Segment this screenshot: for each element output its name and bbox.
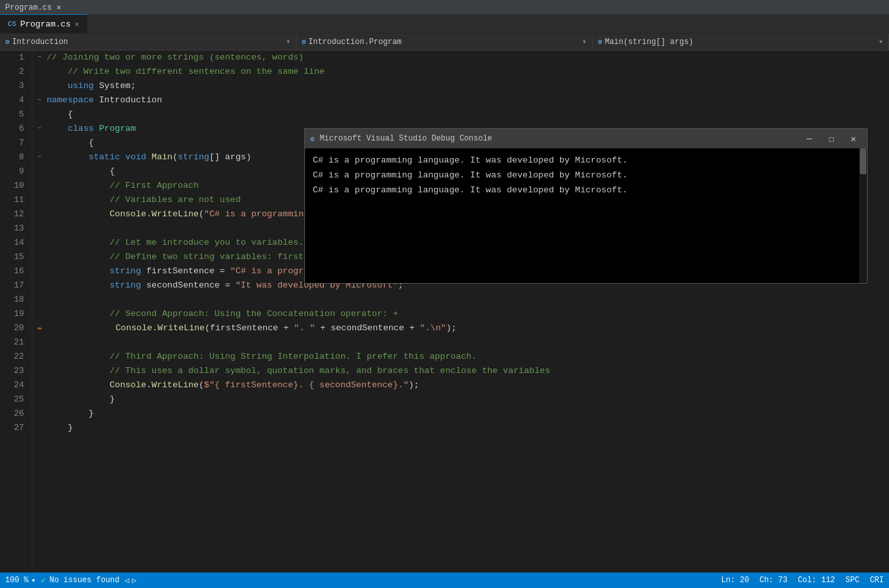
tab-label: Program.cs — [20, 19, 71, 29]
tab-program-cs[interactable]: CS Program.cs ✕ — [0, 14, 87, 33]
line-number-9: 9 — [5, 164, 24, 179]
tab-close-button[interactable]: ✕ — [74, 19, 79, 29]
line-number-26: 26 — [5, 407, 24, 421]
nav-arrow-right[interactable]: ▷ — [132, 576, 137, 585]
indent-25 — [47, 392, 109, 407]
line-number-22: 22 — [5, 350, 24, 364]
debug-minimize-button[interactable]: — — [801, 132, 818, 145]
token-comment: // Variables are not used — [109, 193, 241, 207]
line-number-21: 21 — [5, 335, 24, 350]
zoom-value: 100 % — [5, 576, 28, 585]
code-line-4: −namespace Introduction — [38, 93, 889, 107]
nav-dropdown-namespace[interactable]: ⚙ Introduction ▾ — [0, 34, 297, 50]
nav-chevron-2: ▾ — [582, 37, 587, 47]
token-keyword: namespace — [47, 93, 94, 107]
debug-line-4: C# is a programming language. It was dev… — [313, 153, 859, 168]
indent-12 — [47, 207, 109, 221]
line-number-27: 27 — [5, 421, 24, 435]
token-keyword: string — [109, 264, 141, 278]
nav-class-label: Introduction.Program — [308, 38, 401, 47]
zoom-control[interactable]: 100 % ▾ — [5, 576, 36, 585]
zoom-arrow-icon[interactable]: ▾ — [31, 576, 36, 585]
title-bar-text: Program.cs ✕ — [5, 3, 61, 12]
status-left: 100 % ▾ ✔ No issues found ◁ ▷ — [5, 576, 711, 585]
token-method: Console — [109, 378, 146, 392]
nav-namespace-label: Introduction — [12, 38, 68, 47]
token-plain: { — [109, 164, 115, 179]
indent-22 — [47, 350, 109, 364]
token-plain: ( — [199, 207, 204, 221]
indent-2 — [47, 65, 67, 79]
nav-arrow-left[interactable]: ◁ — [125, 576, 129, 585]
fold-icon-4[interactable]: − — [38, 93, 45, 107]
token-method: WriteLine — [152, 378, 199, 392]
fold-icon-6[interactable]: − — [38, 122, 45, 136]
debug-close-button[interactable]: ✕ — [845, 132, 862, 145]
code-line-5: { — [38, 107, 889, 122]
token-keyword: string — [178, 150, 210, 164]
debug-console: ⚙ Microsoft Visual Studio Debug Console … — [304, 128, 868, 284]
line-number-13: 13 — [5, 221, 24, 236]
line-number-19: 19 — [5, 307, 24, 321]
line-ending-info: CRI — [870, 576, 884, 585]
token-keyword: void — [126, 150, 146, 164]
debug-scrollbar[interactable] — [859, 148, 867, 283]
token-plain — [120, 150, 125, 164]
line-number-2: 2 — [5, 65, 24, 79]
tab-icon: CS — [8, 20, 16, 28]
nav-bar: ⚙ Introduction ▾ ⚙ Introduction.Program … — [0, 34, 889, 51]
code-line-25: } — [38, 392, 889, 407]
token-plain: firstSentence = — [141, 264, 231, 278]
token-comment: // Third Approach: Using String Interpol… — [109, 350, 477, 364]
issues-text: No issues found — [49, 576, 119, 585]
token-comment: // First Approach — [109, 179, 199, 193]
editor-area: 1234567891011121314151617181920212223242… — [0, 51, 889, 572]
line-number-1: 1 — [5, 51, 24, 65]
code-line-3: using System; — [38, 79, 889, 93]
token-method: Console — [109, 207, 146, 221]
token-comment: // This uses a dollar symbol, quotation … — [109, 364, 550, 378]
col-info: Col: 112 — [798, 576, 835, 585]
token-comment: // Second Approach: Using the Concatenat… — [109, 307, 398, 321]
title-bar: Program.cs ✕ — [0, 0, 889, 14]
code-line-19: // Second Approach: Using the Concatenat… — [38, 307, 889, 321]
token-plain: } — [89, 407, 94, 421]
line-number-6: 6 — [5, 122, 24, 136]
fold-icon-1[interactable]: − — [38, 51, 45, 65]
indent-15 — [47, 250, 109, 264]
token-plain: ); — [446, 321, 456, 335]
token-method: WriteLine — [152, 207, 199, 221]
indent-26 — [47, 407, 89, 421]
code-line-20: ✏ Console.WriteLine(firstSentence + ". "… — [38, 321, 889, 335]
token-plain: . — [152, 321, 157, 335]
indent-7 — [47, 136, 89, 150]
indent-24 — [47, 378, 109, 392]
indent-5 — [47, 107, 67, 122]
debug-restore-button[interactable]: ☐ — [823, 132, 840, 145]
code-line-26: } — [38, 407, 889, 421]
indent-8 — [47, 150, 89, 164]
nav-class-icon: ⚙ — [302, 38, 306, 46]
token-plain: . — [146, 207, 152, 221]
token-method: WriteLine — [157, 321, 205, 335]
nav-method-label: Main(string[] args) — [605, 38, 693, 47]
token-plain: + secondSentence + — [315, 321, 420, 335]
nav-dropdown-method[interactable]: ⚙ Main(string[] args) ▾ — [592, 34, 889, 50]
token-plain: System; — [94, 79, 136, 93]
token-plain: Introduction — [94, 93, 162, 107]
token-comment: // Write two different sentences on the … — [67, 65, 324, 79]
indent-10 — [47, 179, 109, 193]
line-number-11: 11 — [5, 193, 24, 207]
fold-icon-8[interactable]: − — [38, 150, 45, 164]
indent-6 — [47, 122, 67, 136]
debug-title-text: Microsoft Visual Studio Debug Console — [320, 134, 796, 143]
token-plain: { — [67, 107, 73, 122]
debug-content: C# is a programming language. It was dev… — [305, 148, 867, 283]
indent-21 — [47, 335, 109, 350]
nav-dropdown-class[interactable]: ⚙ Introduction.Program ▾ — [297, 34, 593, 50]
line-number-3: 3 — [5, 79, 24, 93]
status-bar: 100 % ▾ ✔ No issues found ◁ ▷ Ln: 20 Ch:… — [0, 572, 889, 588]
debug-scrollbar-thumb[interactable] — [860, 148, 866, 174]
indent-11 — [47, 193, 109, 207]
indent-27 — [47, 421, 67, 435]
